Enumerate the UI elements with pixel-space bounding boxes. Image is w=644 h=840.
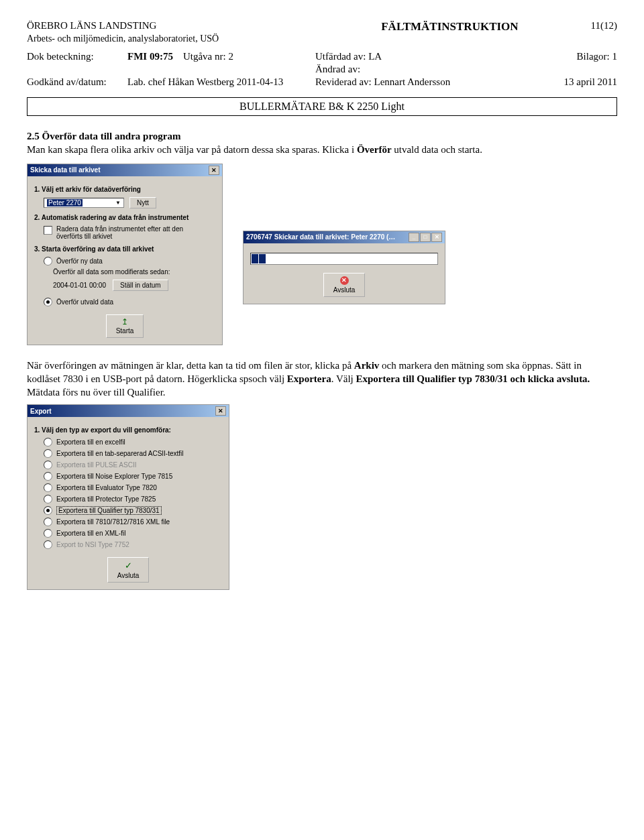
radio-excel[interactable] bbox=[44, 438, 52, 446]
start-button[interactable]: ↥ Starta bbox=[106, 314, 144, 338]
opt3: Exportera till PULSE ASCII bbox=[56, 461, 137, 469]
radio-selected-data[interactable] bbox=[44, 298, 52, 306]
andrad: Ändrad av: bbox=[315, 64, 537, 75]
opt2: Exportera till en tab-separerad ACSII-te… bbox=[56, 450, 184, 457]
send-data-dialog: Skicka data till arkivet ✕ 1. Välj ett a… bbox=[27, 164, 223, 345]
para2-f: Exportera till Qualifier typ 7830/31 och… bbox=[356, 373, 590, 384]
start-label: Starta bbox=[116, 327, 134, 335]
dlg1-title: Skicka data till arkivet bbox=[30, 166, 101, 174]
para1-a: Man kan skapa flera olika arkiv och välj… bbox=[27, 144, 357, 155]
radio-xml[interactable] bbox=[44, 529, 52, 538]
finish-label: Avsluta bbox=[117, 572, 140, 579]
section-heading: 2.5 Överför data till andra program bbox=[27, 131, 180, 141]
erase-checkbox[interactable] bbox=[44, 226, 52, 235]
close-icon[interactable]: ✕ bbox=[431, 233, 442, 242]
close-icon[interactable]: ✕ bbox=[215, 406, 226, 416]
godkand-value: Lab. chef Håkan Westberg 2011-04-13 bbox=[127, 76, 315, 88]
radio-selected-label: Överför utvald data bbox=[56, 298, 113, 306]
org-name: ÖREBRO LÄNS LANDSTING bbox=[27, 20, 309, 34]
para2-e: . Välj bbox=[331, 373, 356, 384]
para1-c: utvald data och starta. bbox=[392, 144, 482, 155]
radio-new-data[interactable] bbox=[44, 257, 52, 265]
radio-nsi bbox=[44, 540, 52, 549]
godkand-label: Godkänd av/datum: bbox=[27, 76, 127, 88]
utgava: Utgåva nr: 2 bbox=[183, 51, 233, 62]
radio-ascii[interactable] bbox=[44, 449, 52, 458]
minimize-icon[interactable]: _ bbox=[409, 233, 419, 242]
utfardad: Utfärdad av: LA bbox=[315, 51, 537, 62]
page-number: 11(12) bbox=[591, 20, 617, 34]
doc-type: FÄLTMÄTINSTRUKTION bbox=[309, 20, 590, 34]
reviderad: Reviderad av: Lennart Andersson bbox=[315, 76, 537, 88]
check-icon: ✓ bbox=[125, 560, 132, 571]
progress-bar bbox=[250, 253, 438, 265]
since-date: 2004-01-01 00:00 bbox=[53, 282, 106, 289]
para2-d: Exportera bbox=[287, 373, 331, 384]
radio-xml-7810[interactable] bbox=[44, 518, 52, 526]
doc-title: BULLERMÄTARE B& K 2250 Light bbox=[27, 97, 617, 116]
opt1: Exportera till en excelfil bbox=[56, 438, 125, 446]
dlg1-step2: 2. Automatisk radering av data från inst… bbox=[34, 214, 215, 221]
radio-since-label: Överför all data som modifierats sedan: bbox=[53, 268, 170, 276]
close-icon[interactable]: ✕ bbox=[209, 166, 219, 175]
opt7: Exportera till Qualifier typ 7830/31 bbox=[56, 506, 162, 515]
dlg2-title: 2706747 Skickar data till arkivet: Peter… bbox=[246, 233, 395, 241]
opt5: Exportera till Evaluator Type 7820 bbox=[56, 484, 157, 491]
radio-qualifier[interactable] bbox=[44, 506, 52, 515]
maximize-icon[interactable]: □ bbox=[420, 233, 431, 242]
para2-g: Mätdata förs nu över till Qualifier. bbox=[27, 387, 166, 398]
start-arrow-icon: ↥ bbox=[121, 318, 128, 326]
para1-b: Överför bbox=[357, 144, 392, 155]
radio-pulse bbox=[44, 461, 52, 469]
opt9: Exportera till en XML-fil bbox=[56, 530, 125, 537]
dlg1-step3: 3. Starta överföring av data till arkive… bbox=[34, 245, 215, 253]
set-date-button[interactable]: Ställ in datum bbox=[113, 280, 168, 291]
dokbet-value: FMI 09:75 bbox=[127, 51, 173, 62]
opt6: Exportera till Protector Type 7825 bbox=[56, 495, 156, 503]
opt4: Exportera till Noise Explorer Type 7815 bbox=[56, 473, 172, 480]
cancel-label: Avsluta bbox=[333, 286, 356, 294]
para2-b: Arkiv bbox=[354, 360, 380, 371]
export-dialog: Export ✕ 1. Välj den typ av export du vi… bbox=[27, 404, 229, 590]
radio-protector[interactable] bbox=[44, 495, 52, 503]
progress-dialog: 2706747 Skickar data till arkivet: Peter… bbox=[243, 231, 445, 304]
para2-a: När överföringen av mätningen är klar, d… bbox=[27, 360, 354, 371]
chevron-down-icon: ▼ bbox=[115, 200, 121, 206]
cancel-button[interactable]: ✕ Avsluta bbox=[323, 273, 366, 297]
radio-noise-explorer[interactable] bbox=[44, 472, 52, 481]
archive-select[interactable]: Peter 2270 ▼ bbox=[44, 198, 124, 208]
finish-button[interactable]: ✓ Avsluta bbox=[107, 557, 150, 583]
revdate: 13 april 2011 bbox=[537, 76, 617, 88]
opt8: Exportera till 7810/7812/7816 XML file bbox=[56, 518, 170, 526]
dlg3-step: 1. Välj den typ av export du vill genomf… bbox=[34, 426, 222, 434]
bilagor: Bilagor: 1 bbox=[537, 51, 617, 62]
erase-label: Radera data från instrumentet efter att … bbox=[56, 225, 183, 240]
cancel-x-icon: ✕ bbox=[340, 276, 349, 285]
archive-selected: Peter 2270 bbox=[47, 199, 83, 206]
radio-evaluator[interactable] bbox=[44, 483, 52, 492]
dlg1-step1: 1. Välj ett arkiv för dataöverföring bbox=[34, 186, 215, 193]
dokbet-label: Dok beteckning: bbox=[27, 51, 127, 62]
opt10: Export to NSI Type 7752 bbox=[56, 541, 129, 548]
new-button[interactable]: Nytt bbox=[129, 197, 156, 208]
radio-new-label: Överför ny data bbox=[56, 257, 103, 265]
suborg: Arbets- och miljömedicin, analyslaborato… bbox=[27, 34, 617, 44]
dlg3-title: Export bbox=[30, 408, 52, 415]
